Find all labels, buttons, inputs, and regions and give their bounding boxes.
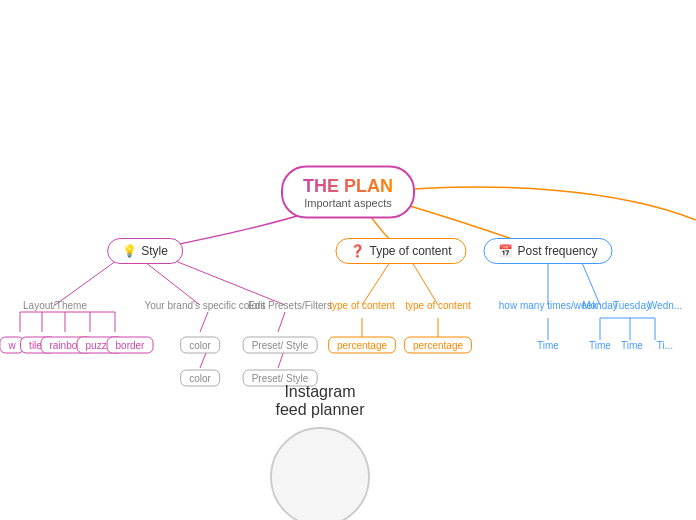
type-content-branch[interactable]: ❓ Type of content (335, 238, 466, 264)
color-item-2: color (180, 370, 220, 387)
svg-line-2 (168, 258, 285, 305)
instagram-section: Instagram feed planner (270, 383, 370, 520)
type-child-2-label: type of content (405, 300, 471, 311)
wednesday-label: Wedn... (648, 300, 682, 311)
type-percentage-2: percentage (404, 337, 472, 354)
style-branch[interactable]: 💡 Style (107, 238, 183, 264)
svg-line-9 (200, 312, 208, 332)
svg-line-0 (55, 258, 120, 305)
time-tue: Time (621, 340, 643, 351)
instagram-line1: Instagram (276, 383, 365, 401)
type-child-1-label: type of content (329, 300, 395, 311)
edit-presets-label: Edit Presets/Filters (248, 300, 332, 311)
post-freq-label: Post frequency (517, 244, 597, 258)
type-content-icon: ❓ (350, 244, 365, 258)
post-freq-icon: 📅 (498, 244, 513, 258)
style-label: Style (141, 244, 168, 258)
style-icon: 💡 (122, 244, 137, 258)
post-frequency-branch[interactable]: 📅 Post frequency (483, 238, 612, 264)
layout-item-border: border (107, 337, 154, 354)
center-subtitle: Important aspects (303, 197, 393, 209)
svg-line-11 (278, 312, 285, 332)
time-wed: Ti... (657, 340, 673, 351)
mind-map: THE PLAN Important aspects 💡 Style ❓ Typ… (0, 0, 696, 520)
instagram-avatar (270, 427, 370, 520)
type-content-label: Type of content (369, 244, 451, 258)
center-node: THE PLAN Important aspects (281, 166, 415, 219)
time-mon: Time (589, 340, 611, 351)
color-item-1: color (180, 337, 220, 354)
type-percentage-1: percentage (328, 337, 396, 354)
instagram-text: Instagram feed planner (276, 383, 365, 419)
svg-line-18 (580, 258, 600, 305)
tuesday-label: Tuesday (613, 300, 651, 311)
instagram-line2: feed planner (276, 401, 365, 419)
preset-item-1: Preset/ Style (243, 337, 318, 354)
center-title: THE PLAN (303, 176, 393, 197)
layout-theme-label: Layout/Theme (23, 300, 87, 311)
time-label-center: Time (537, 340, 559, 351)
